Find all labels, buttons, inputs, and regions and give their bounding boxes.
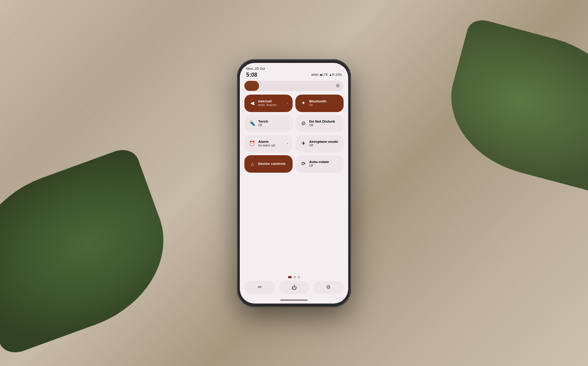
status-bar-bottom: 5:08 airtel ◀ LTE ▲R 23% bbox=[240, 72, 348, 81]
bluetooth-tile-title: Bluetooth bbox=[309, 99, 326, 104]
tile-aeroplane[interactable]: ✈ Aeroplane mode Off bbox=[295, 135, 344, 152]
quick-tiles-grid: ◀ Internet airtel, Roamin.. › ✦ Bluetoot… bbox=[244, 95, 344, 173]
brightness-icon: ⚙ bbox=[336, 83, 340, 88]
brightness-slider[interactable]: ⚙ bbox=[244, 81, 344, 91]
torch-tile-title: Torch bbox=[258, 119, 268, 124]
tile-alarm[interactable]: ⏰ Alarm No alarm set › bbox=[244, 135, 293, 152]
device-controls-tile-title: Device controls bbox=[258, 162, 286, 166]
status-date: Mon, 25 Oct bbox=[246, 67, 265, 71]
internet-tile-subtitle: airtel, Roamin.. bbox=[258, 103, 278, 107]
auto-rotate-icon: ⟳ bbox=[300, 161, 306, 167]
bottom-actions: ✏ ⏻ ⚙ bbox=[240, 281, 348, 298]
device-controls-tile-text: Device controls bbox=[258, 162, 286, 166]
internet-arrow: › bbox=[287, 101, 288, 105]
tile-torch[interactable]: 🔦 Torch Off bbox=[244, 115, 293, 132]
tile-device-controls[interactable]: ⌂ Device controls bbox=[244, 155, 293, 173]
page-dots bbox=[240, 276, 348, 278]
power-button[interactable]: ⏻ bbox=[279, 281, 310, 294]
edit-icon: ✏ bbox=[258, 284, 262, 290]
internet-tile-text: Internet airtel, Roamin.. bbox=[258, 99, 278, 107]
power-icon: ⏻ bbox=[292, 285, 297, 290]
phone: Mon, 25 Oct 5:08 airtel ◀ LTE ▲R 23% ⚙ bbox=[237, 59, 351, 307]
dot-3 bbox=[298, 276, 300, 278]
home-indicator[interactable] bbox=[280, 299, 308, 301]
torch-icon: 🔦 bbox=[249, 120, 255, 126]
dnd-tile-title: Do Not Disturb bbox=[309, 119, 335, 124]
bluetooth-tile-text: Bluetooth On bbox=[309, 99, 326, 107]
auto-rotate-tile-title: Auto-rotate bbox=[309, 160, 329, 164]
aeroplane-icon: ✈ bbox=[300, 141, 306, 146]
alarm-tile-title: Alarm bbox=[258, 140, 275, 144]
dnd-tile-subtitle: Off bbox=[309, 124, 335, 127]
brightness-fill bbox=[244, 81, 259, 91]
dnd-tile-text: Do Not Disturb Off bbox=[309, 119, 335, 127]
status-icons: airtel ◀ LTE ▲R 23% bbox=[311, 73, 342, 77]
internet-tile-title: Internet bbox=[258, 99, 278, 104]
auto-rotate-tile-subtitle: Off bbox=[309, 164, 329, 168]
carrier-label: airtel bbox=[311, 73, 318, 76]
status-bar-top: Mon, 25 Oct bbox=[240, 63, 348, 72]
dnd-icon: ⊝ bbox=[300, 120, 306, 126]
tile-bluetooth[interactable]: ✦ Bluetooth On bbox=[295, 95, 344, 112]
tile-dnd[interactable]: ⊝ Do Not Disturb Off bbox=[295, 115, 344, 132]
bluetooth-icon: ✦ bbox=[300, 100, 306, 106]
aeroplane-tile-subtitle: Off bbox=[309, 144, 338, 147]
battery-level: 23% bbox=[335, 73, 342, 76]
alarm-tile-subtitle: No alarm set bbox=[258, 144, 275, 147]
torch-tile-subtitle: Off bbox=[258, 124, 268, 127]
torch-tile-text: Torch Off bbox=[258, 119, 268, 127]
quick-settings-panel: ⚙ ◀ Internet airtel, Roamin.. › ✦ bbox=[240, 81, 348, 273]
tile-internet[interactable]: ◀ Internet airtel, Roamin.. › bbox=[244, 95, 293, 112]
settings-icon: ⚙ bbox=[326, 284, 331, 290]
tile-auto-rotate[interactable]: ⟳ Auto-rotate Off bbox=[295, 155, 344, 173]
bluetooth-tile-subtitle: On bbox=[309, 103, 326, 107]
status-time: 5:08 bbox=[246, 72, 257, 78]
settings-button[interactable]: ⚙ bbox=[313, 281, 344, 294]
internet-icon: ◀ bbox=[249, 100, 255, 106]
dot-2 bbox=[294, 276, 296, 278]
edit-button[interactable]: ✏ bbox=[244, 281, 275, 294]
device-controls-icon: ⌂ bbox=[249, 161, 255, 167]
phone-screen: Mon, 25 Oct 5:08 airtel ◀ LTE ▲R 23% ⚙ bbox=[240, 63, 348, 304]
alarm-icon: ⏰ bbox=[249, 141, 255, 146]
alarm-arrow: › bbox=[287, 141, 288, 146]
aeroplane-tile-title: Aeroplane mode bbox=[309, 140, 338, 144]
signal-icons: ◀ LTE ▲R bbox=[319, 73, 334, 77]
alarm-tile-text: Alarm No alarm set bbox=[258, 140, 275, 147]
dot-1 bbox=[288, 276, 292, 278]
auto-rotate-tile-text: Auto-rotate Off bbox=[309, 160, 329, 168]
aeroplane-tile-text: Aeroplane mode Off bbox=[309, 140, 338, 147]
